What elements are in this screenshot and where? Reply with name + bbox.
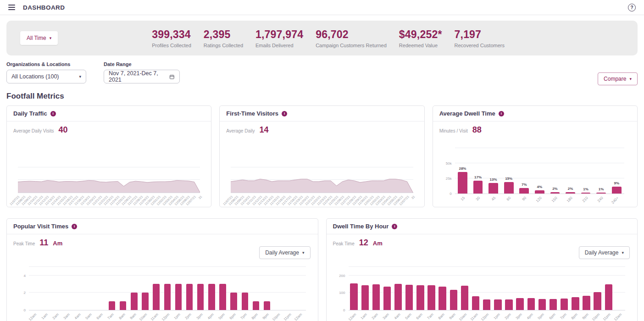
locations-dropdown[interactable]: All Locations (100) ▾	[6, 70, 86, 83]
bar[interactable]	[527, 298, 535, 310]
bar[interactable]	[208, 284, 215, 310]
x-axis-label-text: 10pm	[591, 312, 600, 321]
bar[interactable]	[594, 292, 601, 310]
bar[interactable]	[439, 287, 446, 310]
x-axis-label-text: 10am	[139, 312, 148, 321]
bar[interactable]	[219, 284, 226, 310]
bar[interactable]	[131, 293, 137, 310]
bar[interactable]	[120, 301, 126, 310]
bar[interactable]	[383, 287, 391, 310]
date-range-value: Nov 7, 2021-Dec 7, 2021	[109, 70, 166, 83]
bar[interactable]	[550, 192, 560, 194]
x-axis-label-text: 4pm	[206, 312, 214, 320]
bar[interactable]	[153, 284, 159, 310]
x-axis-label-text: 12pm	[480, 312, 490, 321]
x-axis-label-text: 2am	[51, 312, 59, 320]
daily-traffic-chart: 11/07/2111/08/2111/09/2111/10/2111/11/21…	[18, 165, 200, 207]
stat-emails-delivered: 1,797,974 Emails Delivered	[255, 28, 303, 48]
bar[interactable]	[242, 293, 248, 310]
bar[interactable]	[516, 298, 523, 310]
bar[interactable]	[416, 285, 424, 310]
card-header: Daily Traffic i	[7, 106, 211, 122]
bar-value-label: 7%	[522, 183, 527, 187]
bar-slot	[481, 267, 492, 310]
info-icon[interactable]: i	[72, 224, 77, 229]
x-axis-label-text: 210	[582, 196, 589, 203]
info-icon[interactable]: i	[282, 111, 287, 116]
bar[interactable]	[572, 297, 579, 310]
bar[interactable]	[197, 284, 204, 310]
bar[interactable]	[473, 181, 483, 194]
bar[interactable]	[450, 290, 457, 310]
bar[interactable]	[561, 299, 568, 310]
bar-slot: 2%	[563, 148, 578, 194]
bar-slot	[239, 267, 250, 310]
bar-slot	[261, 267, 272, 310]
bar[interactable]	[142, 293, 148, 310]
bar[interactable]	[164, 284, 171, 310]
bar-slot	[206, 267, 217, 310]
daily-average-dropdown[interactable]: Daily Average ▾	[579, 246, 630, 259]
bar[interactable]	[535, 190, 544, 194]
bar[interactable]	[186, 284, 193, 310]
bar[interactable]	[461, 286, 468, 310]
info-icon[interactable]: i	[499, 111, 504, 116]
bar[interactable]	[405, 285, 413, 310]
hamburger-menu-icon[interactable]	[8, 5, 15, 10]
bar[interactable]	[605, 284, 612, 310]
date-range-input[interactable]: Nov 7, 2021-Dec 7, 2021	[104, 70, 180, 83]
bar[interactable]	[505, 299, 512, 310]
bar-slot	[592, 267, 603, 310]
bar[interactable]	[458, 172, 467, 194]
info-icon[interactable]: i	[392, 224, 397, 229]
x-axis-label-text: 31	[411, 195, 415, 199]
calendar-icon	[169, 74, 175, 80]
help-icon[interactable]: ?	[628, 4, 636, 11]
plot-area: 50k25k028%17%13%15%7%4%2%2%1%1%9%	[455, 148, 624, 194]
bar-value-label: 17%	[474, 175, 482, 179]
bar[interactable]	[494, 299, 501, 310]
bar-slot	[448, 267, 459, 310]
bar[interactable]	[483, 299, 490, 310]
bar[interactable]	[596, 193, 606, 194]
bar[interactable]	[264, 301, 270, 310]
bar[interactable]	[519, 188, 529, 194]
bar[interactable]	[361, 285, 369, 310]
bar[interactable]	[350, 283, 357, 310]
compare-label: Compare	[604, 76, 626, 82]
bar[interactable]	[394, 284, 402, 310]
y-axis-tick-label: 0	[450, 192, 451, 196]
page-title: DASHBOARD	[23, 4, 65, 11]
card-title: Daily Traffic	[13, 110, 47, 117]
bar-slot	[415, 267, 426, 310]
bar[interactable]	[612, 187, 622, 194]
bar[interactable]	[583, 296, 590, 310]
bar[interactable]	[581, 193, 591, 194]
x-axis-label-text: 12am	[294, 312, 303, 321]
bar[interactable]	[253, 301, 259, 310]
bar[interactable]	[372, 284, 380, 310]
bar[interactable]	[427, 285, 435, 310]
top-bar: DASHBOARD ?	[0, 0, 644, 15]
bar[interactable]	[109, 301, 115, 310]
caret-down-icon: ▾	[50, 36, 52, 40]
time-filter-dropdown[interactable]: All Time ▾	[20, 31, 58, 45]
bar-slot	[173, 267, 184, 310]
bar[interactable]	[472, 296, 479, 310]
x-axis-label-text: 3pm	[195, 312, 203, 320]
bar[interactable]	[175, 284, 182, 310]
bar[interactable]	[504, 182, 514, 194]
daily-average-dropdown[interactable]: Daily Average ▾	[259, 246, 310, 259]
bar[interactable]	[550, 299, 557, 310]
stat-value: 96,702	[316, 28, 387, 41]
compare-button[interactable]: Compare ▾	[598, 72, 638, 85]
bar-slot: 1%	[578, 148, 594, 194]
bar[interactable]	[566, 192, 575, 194]
bar[interactable]	[230, 293, 237, 310]
bar[interactable]	[489, 183, 498, 194]
bar-value-label: 1%	[583, 187, 588, 191]
info-icon[interactable]: i	[50, 111, 56, 116]
daily-average-label: Daily Average	[585, 249, 619, 256]
x-axis-label-text: 4am	[74, 312, 82, 320]
bar[interactable]	[539, 299, 546, 310]
